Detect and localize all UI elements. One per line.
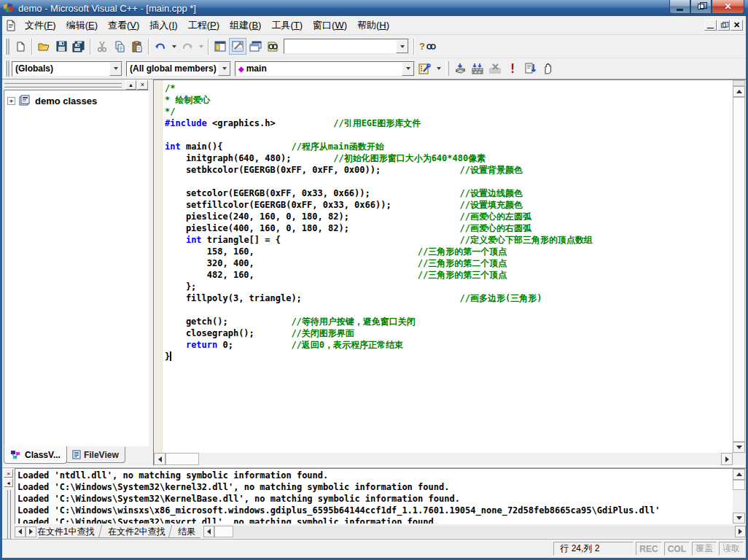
find-in-files-button[interactable]: [264, 38, 281, 55]
context-combobox[interactable]: (Globals): [12, 61, 122, 77]
breakpoint-hand-button[interactable]: [539, 61, 556, 77]
menu-item-i[interactable]: 插入(I): [144, 17, 182, 34]
mdi-restore-button[interactable]: [717, 20, 730, 31]
output-close-button[interactable]: ×: [4, 469, 13, 478]
go-button[interactable]: [521, 61, 539, 77]
window-list-button[interactable]: [246, 38, 264, 55]
build-button[interactable]: [469, 61, 486, 77]
wizard-actions-button[interactable]: [415, 61, 434, 77]
toolbar-grip[interactable]: [445, 61, 449, 76]
redo-dropdown-button[interactable]: [196, 38, 206, 55]
scroll-down-button[interactable]: [733, 442, 745, 453]
scrollbar-thumb[interactable]: [733, 97, 745, 442]
undo-button[interactable]: [152, 38, 169, 55]
code-line: closegraph(); //关闭图形界面: [165, 327, 732, 339]
find-combobox-dropdown[interactable]: [396, 39, 408, 53]
output-horizontal-scrollbar[interactable]: [203, 526, 746, 537]
find-combobox[interactable]: [284, 39, 409, 54]
tab-scroll-right-button[interactable]: [26, 526, 36, 537]
symbol-combobox[interactable]: ◆main: [235, 61, 415, 77]
paste-button[interactable]: [128, 38, 146, 55]
code-lines[interactable]: /** 绘制爱心*/#include <graphics.h> //引用EGE图…: [165, 82, 732, 453]
scrollbar-thumb[interactable]: [165, 453, 199, 465]
save-all-button[interactable]: [70, 38, 87, 55]
output-tab-2[interactable]: 在文件2中查找: [98, 525, 174, 538]
undo-dropdown-button[interactable]: [169, 38, 179, 55]
symbol-combobox-dropdown[interactable]: [402, 62, 414, 76]
search-help-button[interactable]: ?: [417, 38, 439, 55]
output-tab-1[interactable]: 在文件1中查找: [38, 525, 104, 538]
scroll-right-button[interactable]: [735, 526, 746, 537]
menu-item-e[interactable]: 编辑(E): [61, 17, 103, 34]
scrollbar-track[interactable]: [233, 526, 735, 537]
redo-button[interactable]: [179, 38, 196, 55]
copy-button[interactable]: [111, 38, 128, 55]
code-editor[interactable]: /** 绘制爱心*/#include <graphics.h> //引用EGE图…: [153, 79, 746, 466]
stop-build-icon: [488, 63, 502, 74]
scroll-up-button[interactable]: [733, 86, 745, 97]
restore-button[interactable]: [690, 0, 712, 14]
scroll-down-button[interactable]: [733, 513, 745, 524]
scroll-left-button[interactable]: [203, 526, 214, 537]
arrow-left-icon: [207, 529, 211, 534]
output-collapse-button[interactable]: ◂: [4, 478, 13, 487]
symbol-combobox-value[interactable]: ◆main: [235, 63, 402, 74]
filter-combobox-dropdown[interactable]: [218, 62, 230, 76]
menu-item-p[interactable]: 工程(P): [183, 17, 225, 34]
tab-fileview[interactable]: FileView: [66, 447, 125, 463]
workspace-minimize-button[interactable]: ▲: [125, 80, 136, 90]
menu-item-v[interactable]: 查看(V): [103, 17, 144, 34]
menu-item-b[interactable]: 组建(B): [225, 17, 266, 34]
toolbar-grip[interactable]: [4, 61, 9, 77]
open-file-button[interactable]: [35, 38, 52, 55]
scrollbar-thumb[interactable]: [214, 526, 233, 537]
menu-item-f[interactable]: 文件(F): [20, 17, 61, 34]
scroll-up-button[interactable]: [733, 469, 745, 480]
context-combobox-value[interactable]: (Globals): [12, 63, 109, 74]
mdi-close-button[interactable]: ✕: [731, 20, 743, 31]
scrollbar-thumb[interactable]: [733, 480, 745, 490]
filter-combobox[interactable]: (All global members): [126, 61, 231, 77]
wizard-actions-dropdown[interactable]: [434, 61, 443, 77]
tab-scroll-left-button[interactable]: [15, 526, 26, 537]
output-toggle-button[interactable]: [229, 38, 246, 55]
compile-button[interactable]: [451, 61, 469, 77]
close-button[interactable]: ✕: [712, 0, 744, 14]
save-button[interactable]: [52, 38, 70, 55]
menu-item-h[interactable]: 帮助(H): [352, 17, 394, 34]
titlebar[interactable]: demo - Microsoft Visual C++ - [main.cpp …: [0, 0, 748, 16]
workspace-toggle-button[interactable]: [211, 38, 229, 55]
workspace-close-button[interactable]: ×: [137, 80, 148, 90]
split-box[interactable]: [733, 80, 745, 86]
scroll-right-button[interactable]: [721, 453, 733, 465]
code-line: pieslice(400, 160, 0, 180, 82); //画爱心的右圆…: [165, 222, 732, 234]
cut-button[interactable]: [93, 38, 111, 55]
editor-vertical-scrollbar[interactable]: [733, 80, 745, 453]
scroll-left-button[interactable]: [154, 453, 165, 465]
toolbar-grip[interactable]: [4, 39, 9, 55]
scrollbar-track[interactable]: [199, 453, 721, 465]
document-icon[interactable]: [5, 20, 17, 31]
filter-combobox-value[interactable]: (All global members): [127, 63, 218, 74]
minimize-button[interactable]: [669, 0, 690, 14]
execute-program-button[interactable]: !: [504, 61, 521, 77]
code-line: [165, 176, 732, 187]
menu-item-t[interactable]: 工具(T): [266, 17, 308, 34]
context-combobox-dropdown[interactable]: [109, 62, 122, 76]
output-grip[interactable]: [7, 490, 11, 539]
new-file-button[interactable]: [12, 38, 29, 55]
scrollbar-track[interactable]: [733, 490, 745, 513]
stop-build-button[interactable]: [486, 61, 504, 77]
tab-classview[interactable]: ClassV...: [4, 446, 67, 464]
workspace-grip[interactable]: ▲ ×: [4, 79, 149, 90]
mdi-minimize-button[interactable]: —: [704, 20, 717, 31]
output-text-area[interactable]: Loaded 'ntdll.dll', no matching symbolic…: [15, 468, 746, 524]
menu-item-w[interactable]: 窗口(W): [308, 17, 352, 34]
output-tab-3[interactable]: 结果: [168, 525, 200, 538]
window-title: demo - Microsoft Visual C++ - [main.cpp …: [18, 3, 196, 14]
output-vertical-scrollbar[interactable]: [733, 469, 745, 524]
tree-item-demo-classes[interactable]: + demo classes: [7, 95, 145, 106]
tree-expander-icon[interactable]: +: [7, 97, 15, 105]
editor-horizontal-scrollbar[interactable]: [154, 453, 733, 465]
chevron-down-icon: [199, 45, 203, 48]
